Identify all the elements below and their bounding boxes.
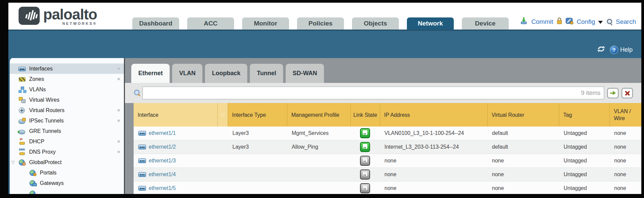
chevron-down-icon[interactable]: [598, 21, 603, 24]
ethernet-icon: [18, 65, 26, 72]
tab-dashboard[interactable]: Dashboard: [132, 17, 179, 30]
tab-policies[interactable]: Policies: [297, 17, 344, 30]
help-icon[interactable]: [610, 46, 618, 54]
paloalto-logo-icon: [18, 7, 40, 26]
ethernet-icon: [138, 158, 146, 163]
commit-button[interactable]: Commit: [531, 18, 553, 26]
tab-objects[interactable]: Objects: [352, 17, 399, 30]
ethernet-icon: [138, 186, 146, 191]
sidebar-item-virtual-routers[interactable]: Virtual Routers: [10, 105, 124, 115]
ethernet-icon: [138, 131, 146, 136]
subtab-vlan[interactable]: VLAN: [172, 64, 203, 83]
main-nav: Dashboard ACC Monitor Policies Objects N…: [132, 17, 509, 30]
detach-dot: [118, 67, 120, 70]
column-header-interface-type[interactable]: Interface Type: [228, 103, 287, 127]
column-header-link-state[interactable]: Link State: [350, 103, 380, 127]
sidebar-item-vlans[interactable]: VLANs: [10, 84, 124, 95]
sidebar-item-clipped[interactable]: [10, 188, 124, 194]
table-row: ethernet1/1 Layer3 Mgmt_Services VLAN010…: [134, 127, 641, 140]
lock-icon[interactable]: [556, 17, 563, 26]
network-sidebar: Interfaces Zones VLANs Virtual Wires Vir…: [8, 58, 125, 194]
ethernet-icon: [138, 172, 146, 177]
table-header-row: Interface Interface Type Management Prof…: [134, 103, 641, 127]
link-down-icon: [360, 156, 370, 166]
interface-link[interactable]: ethernet1/3: [149, 158, 176, 164]
help-label[interactable]: Help: [620, 46, 633, 53]
content-area: Interfaces Zones VLANs Virtual Wires Vir…: [8, 58, 641, 194]
column-header-vlan-wire[interactable]: VLAN / Wire: [610, 103, 641, 127]
tab-monitor[interactable]: Monitor: [242, 17, 289, 30]
column-header-ip-address[interactable]: IP Address: [380, 103, 487, 127]
subtab-sdwan[interactable]: SD-WAN: [286, 64, 324, 83]
subtab-tunnel[interactable]: Tunnel: [250, 64, 283, 83]
apply-filter-button[interactable]: [607, 88, 619, 98]
sidebar-item-interfaces[interactable]: Interfaces: [10, 63, 124, 74]
vlans-icon: [18, 86, 26, 93]
ethernet-icon: [138, 145, 146, 149]
main-panel: Ethernet VLAN Loopback Tunnel SD-WAN 9 i…: [125, 58, 641, 194]
config-menu[interactable]: Config: [577, 18, 595, 26]
sidebar-item-globalprotect[interactable]: GlobalProtect: [10, 157, 124, 167]
table-row: ethernet1/5 none none Untagged none: [134, 182, 641, 194]
interface-link[interactable]: ethernet1/1: [149, 130, 176, 136]
gateways-icon: [29, 180, 37, 187]
interface-subtabs: Ethernet VLAN Loopback Tunnel SD-WAN: [125, 58, 641, 83]
dns-proxy-icon: [18, 149, 26, 155]
detach-dot: [118, 151, 120, 153]
filter-toolbar: 9 items: [125, 83, 641, 103]
filter-input[interactable]: [145, 88, 581, 98]
column-header-management-profile[interactable]: Management Profile: [287, 103, 350, 127]
globalprotect-icon: [18, 159, 26, 166]
interfaces-table: Interface Interface Type Management Prof…: [134, 103, 641, 194]
column-header-virtual-router[interactable]: Virtual Router: [487, 103, 559, 127]
detach-dot: [118, 140, 120, 143]
commit-icon[interactable]: [520, 17, 528, 26]
search-button[interactable]: Search: [616, 18, 636, 26]
interface-link[interactable]: ethernet1/4: [149, 171, 176, 178]
collapse-triangle-icon[interactable]: [11, 160, 15, 164]
sidebar-item-gateways[interactable]: Gateways: [10, 178, 124, 188]
sidebar-item-gre-tunnels[interactable]: GRE Tunnels: [10, 126, 124, 136]
column-header-interface[interactable]: Interface: [134, 103, 217, 127]
interface-link[interactable]: ethernet1/5: [149, 185, 176, 191]
sidebar-item-dns-proxy[interactable]: DNS Proxy: [10, 147, 124, 157]
tab-acc[interactable]: ACC: [187, 17, 234, 30]
link-up-icon: [360, 142, 370, 152]
search-icon[interactable]: [606, 18, 613, 25]
link-down-icon: [360, 183, 370, 193]
sidebar-item-zones[interactable]: Zones: [10, 74, 124, 84]
column-header-tag[interactable]: Tag: [559, 103, 610, 127]
tab-network[interactable]: Network: [407, 17, 454, 30]
refresh-icon[interactable]: [597, 46, 605, 54]
table-row: ethernet1/3 none none Untagged none: [134, 154, 641, 168]
brand-subtitle: NETWORKS®: [62, 21, 97, 26]
subtab-ethernet[interactable]: Ethernet: [131, 64, 170, 83]
subtab-loopback[interactable]: Loopback: [205, 64, 247, 83]
table-row: ethernet1/2 Layer3 Allow_Ping Internet_L…: [134, 140, 641, 154]
top-header: paloalto NETWORKS® Dashboard ACC Monitor…: [8, 3, 641, 30]
link-down-icon: [360, 169, 370, 180]
link-up-icon: [360, 128, 370, 138]
sidebar-item-virtual-wires[interactable]: Virtual Wires: [10, 95, 124, 105]
app-window: paloalto NETWORKS® Dashboard ACC Monitor…: [8, 3, 641, 194]
sidebar-item-ipsec-tunnels[interactable]: IPSec Tunnels: [10, 115, 124, 126]
clear-filter-button[interactable]: [622, 88, 633, 98]
detach-dot: [118, 78, 120, 80]
clipped-icon: [29, 190, 37, 194]
zones-icon: [18, 76, 26, 83]
sidebar-item-portals[interactable]: Portals: [10, 167, 124, 178]
interface-link[interactable]: ethernet1/2: [149, 144, 176, 150]
detach-dot: [118, 109, 120, 111]
dhcp-icon: [18, 138, 26, 145]
portals-icon: [29, 169, 37, 176]
tab-device[interactable]: Device: [462, 17, 509, 30]
filter-search-icon: [133, 89, 141, 97]
virtual-wires-icon: [18, 97, 26, 103]
ipsec-tunnels-icon: [18, 117, 26, 124]
table-row: ethernet1/4 none none Untagged none: [134, 168, 641, 182]
brand-name: paloalto: [43, 7, 97, 22]
sort-dropdown-icon[interactable]: [217, 103, 228, 127]
sidebar-item-dhcp[interactable]: DHCP: [10, 136, 124, 147]
green-arrow-icon: [610, 91, 616, 95]
config-icon[interactable]: [566, 17, 574, 26]
